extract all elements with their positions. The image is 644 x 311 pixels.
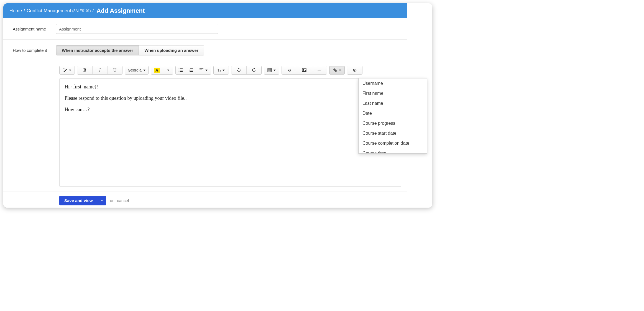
svg-rect-9 (190, 68, 193, 69)
insert-table-button[interactable] (264, 66, 279, 74)
svg-point-6 (178, 71, 179, 72)
svg-point-4 (178, 70, 179, 71)
svg-point-27 (334, 69, 335, 70)
undo-icon (237, 68, 241, 72)
editor-content[interactable]: Hi {first_name}! Please respond to this … (59, 78, 401, 187)
horizontal-rule-icon (317, 68, 321, 72)
chevron-down-icon (69, 70, 71, 71)
save-button-group: Save and view (59, 196, 106, 205)
svg-point-0 (63, 68, 64, 69)
editor-line: Hi {first_name}! (65, 83, 396, 91)
unordered-list-button[interactable] (176, 66, 186, 74)
svg-point-29 (336, 71, 336, 71)
magic-wand-icon (63, 68, 67, 72)
svg-rect-17 (200, 72, 202, 72)
assignment-name-input[interactable] (56, 24, 218, 34)
chevron-down-icon (274, 70, 276, 71)
variable-option-course-completion-date[interactable]: Course completion date (359, 138, 427, 148)
gears-icon (333, 68, 337, 72)
insert-link-button[interactable] (282, 66, 297, 74)
complete-mode-group: When instructor accepts the answer When … (56, 45, 204, 55)
app-window: Home / Conflict Management (SALES101) / … (3, 3, 432, 208)
cancel-link[interactable]: cancel (117, 198, 129, 203)
chevron-down-icon (339, 70, 341, 71)
svg-rect-5 (180, 70, 183, 70)
chevron-up-icon (101, 200, 103, 201)
font-family-select[interactable]: Georgia (125, 66, 148, 74)
undo-button[interactable] (231, 66, 246, 74)
variable-option-first-name[interactable]: First name (359, 88, 427, 98)
complete-option-upload[interactable]: When uploading an answer (139, 45, 204, 55)
variable-option-course-progress[interactable]: Course progress (359, 118, 427, 128)
variable-option-username[interactable]: Username (359, 78, 427, 88)
image-icon (302, 68, 306, 72)
highlight-a-icon: A (154, 68, 160, 73)
editor-section: B I U Georgia A (3, 61, 407, 187)
variable-option-course-start-date[interactable]: Course start date (359, 128, 427, 138)
breadcrumb-sep: / (92, 8, 94, 14)
svg-text:3: 3 (189, 71, 190, 72)
breadcrumb-course[interactable]: Conflict Management (27, 8, 71, 14)
variable-option-course-time[interactable]: Course time (359, 148, 427, 154)
italic-button[interactable]: I (92, 66, 107, 74)
svg-point-24 (303, 69, 304, 70)
save-options-toggle[interactable] (98, 196, 106, 205)
or-text: or (110, 198, 114, 203)
chevron-down-icon (223, 70, 225, 71)
svg-rect-7 (180, 71, 183, 72)
svg-rect-25 (318, 70, 321, 70)
insert-variable-button[interactable] (329, 66, 344, 74)
highlight-color-menu[interactable] (163, 66, 173, 74)
highlight-color-button[interactable]: A (151, 66, 163, 74)
table-icon (267, 68, 272, 72)
paragraph-t-icon: TI (218, 68, 221, 73)
code-view-button[interactable] (347, 66, 362, 74)
redo-icon (252, 68, 256, 72)
breadcrumb-bar: Home / Conflict Management (SALES101) / … (3, 3, 407, 18)
link-icon (287, 68, 292, 72)
redo-button[interactable] (246, 66, 261, 74)
variable-option-date[interactable]: Date (359, 108, 427, 118)
chevron-down-icon (143, 70, 145, 71)
breadcrumb-home[interactable]: Home (9, 8, 22, 14)
insert-variable-menu[interactable]: Username First name Last name Date Cours… (358, 78, 427, 154)
bold-button[interactable]: B (77, 66, 92, 74)
editor-line: How can…? (65, 106, 396, 113)
save-and-view-button[interactable]: Save and view (59, 196, 98, 205)
svg-point-2 (178, 68, 179, 69)
variable-option-last-name[interactable]: Last name (359, 98, 427, 108)
complete-option-instructor[interactable]: When instructor accepts the answer (56, 45, 139, 55)
underline-button[interactable]: U (107, 66, 122, 74)
code-icon (352, 68, 357, 72)
align-button[interactable] (196, 66, 211, 74)
align-left-icon (199, 68, 204, 72)
svg-rect-18 (268, 68, 272, 72)
breadcrumb-sep: / (24, 8, 25, 14)
editor-toolbar: B I U Georgia A (59, 66, 401, 75)
paragraph-style-button[interactable]: TI (214, 66, 229, 74)
ordered-list-button[interactable]: 123 (186, 66, 196, 74)
editor-line: Please respond to this question by uploa… (65, 95, 396, 102)
svg-rect-11 (190, 70, 193, 70)
assignment-name-row: Assignment name (3, 18, 407, 40)
footer-actions: Save and view or cancel (3, 192, 407, 208)
complete-mode-row: How to complete it When instructor accep… (3, 40, 407, 61)
svg-rect-13 (190, 71, 193, 72)
chevron-down-icon (167, 70, 169, 71)
svg-rect-3 (180, 68, 183, 69)
chevron-down-icon (205, 70, 208, 71)
bullet-list-icon (178, 68, 183, 72)
svg-rect-15 (200, 70, 202, 70)
page-title: Add Assignment (96, 7, 145, 14)
numbered-list-icon: 123 (189, 68, 193, 72)
complete-mode-label: How to complete it (9, 48, 56, 53)
content-area: Assignment name How to complete it When … (3, 18, 407, 208)
insert-image-button[interactable] (297, 66, 312, 74)
insert-hr-button[interactable] (312, 66, 327, 74)
assignment-name-label: Assignment name (9, 27, 56, 31)
breadcrumb-course-code: (SALES101) (72, 9, 91, 13)
svg-rect-14 (200, 68, 203, 69)
svg-point-1 (65, 68, 65, 69)
font-family-label: Georgia (128, 68, 142, 72)
magic-format-button[interactable] (60, 66, 75, 74)
